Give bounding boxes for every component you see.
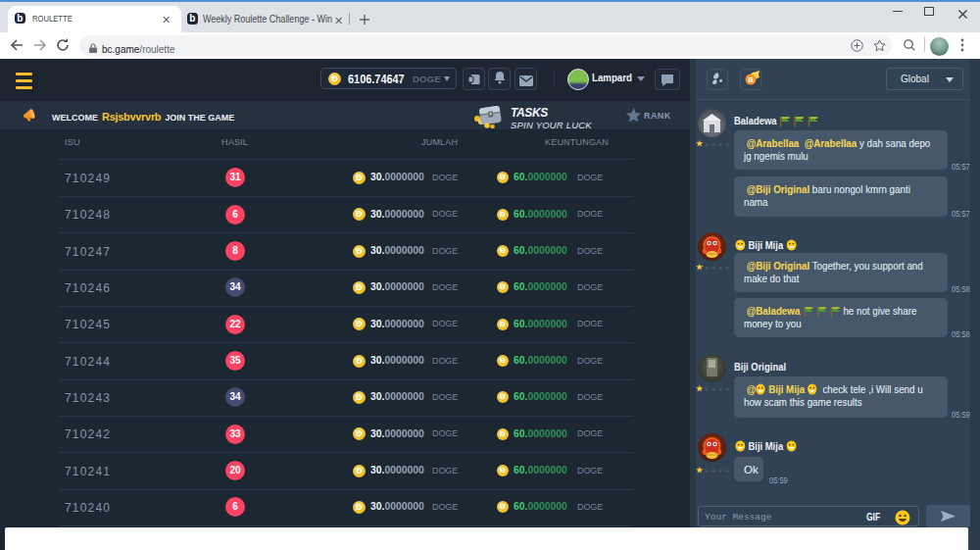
svg-text:B: B xyxy=(748,76,753,83)
